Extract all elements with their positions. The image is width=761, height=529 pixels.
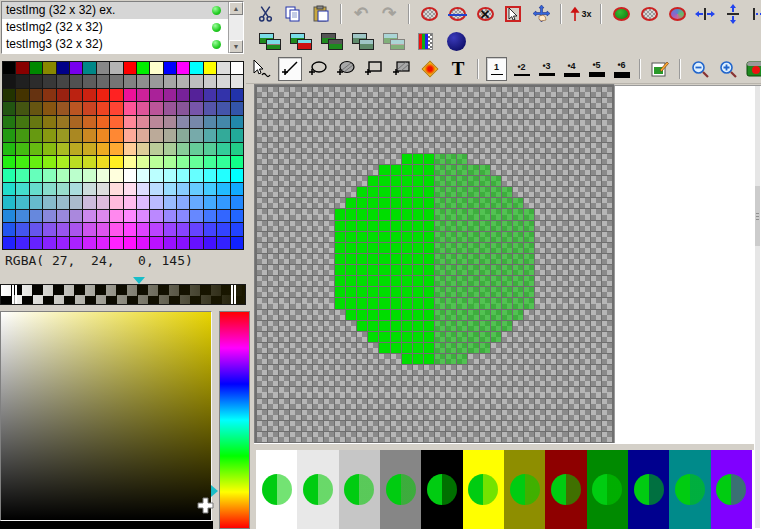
canvas-cell[interactable] xyxy=(335,332,345,342)
canvas-cell[interactable] xyxy=(324,254,334,264)
canvas-cell[interactable] xyxy=(268,399,278,409)
canvas-cell[interactable] xyxy=(480,354,490,364)
canvas-cell[interactable] xyxy=(313,332,323,342)
canvas-cell[interactable] xyxy=(591,98,601,108)
canvas-cell[interactable] xyxy=(357,187,367,197)
canvas-cell[interactable] xyxy=(346,376,356,386)
canvas-cell[interactable] xyxy=(279,232,289,242)
canvas-cell[interactable] xyxy=(379,432,389,442)
canvas-cell[interactable] xyxy=(546,254,556,264)
canvas-cell[interactable] xyxy=(402,176,412,186)
palette-swatch[interactable] xyxy=(97,116,109,128)
canvas-cell[interactable] xyxy=(446,254,456,264)
canvas-cell[interactable] xyxy=(279,198,289,208)
canvas-cell[interactable] xyxy=(535,265,545,275)
canvas-cell[interactable] xyxy=(524,276,534,286)
canvas-cell[interactable] xyxy=(468,265,478,275)
canvas-cell[interactable] xyxy=(535,143,545,153)
palette-swatch[interactable] xyxy=(43,237,55,249)
canvas-cell[interactable] xyxy=(468,421,478,431)
canvas-cell[interactable] xyxy=(424,143,434,153)
preview-tile[interactable] xyxy=(669,450,710,529)
canvas-cell[interactable] xyxy=(480,132,490,142)
palette-swatch[interactable] xyxy=(124,102,136,114)
canvas-cell[interactable] xyxy=(502,321,512,331)
canvas-cell[interactable] xyxy=(357,354,367,364)
canvas-cell[interactable] xyxy=(446,154,456,164)
canvas-cell[interactable] xyxy=(357,98,367,108)
canvas-cell[interactable] xyxy=(346,132,356,142)
canvas-cell[interactable] xyxy=(480,221,490,231)
palette-swatch[interactable] xyxy=(204,210,216,222)
canvas-cell[interactable] xyxy=(368,343,378,353)
canvas-cell[interactable] xyxy=(546,410,556,420)
canvas-cell[interactable] xyxy=(257,287,267,297)
palette-swatch[interactable] xyxy=(150,183,162,195)
canvas-cell[interactable] xyxy=(557,165,567,175)
palette-swatch[interactable] xyxy=(70,169,82,181)
preview-tile[interactable] xyxy=(628,450,669,529)
canvas-cell[interactable] xyxy=(324,298,334,308)
pen-size-2-button[interactable]: •2 xyxy=(511,57,532,81)
canvas-cell[interactable] xyxy=(357,432,367,442)
canvas-cell[interactable] xyxy=(279,365,289,375)
canvas-cell[interactable] xyxy=(468,298,478,308)
canvas-cell[interactable] xyxy=(491,265,501,275)
canvas-cell[interactable] xyxy=(524,310,534,320)
canvas-cell[interactable] xyxy=(379,421,389,431)
canvas-cell[interactable] xyxy=(357,109,367,119)
canvas-cell[interactable] xyxy=(302,376,312,386)
canvas-cell[interactable] xyxy=(580,287,590,297)
canvas-cell[interactable] xyxy=(580,376,590,386)
canvas-cell[interactable] xyxy=(580,410,590,420)
alpha-slider-marker[interactable] xyxy=(133,277,145,284)
canvas-cell[interactable] xyxy=(279,376,289,386)
canvas-cell[interactable] xyxy=(435,243,445,253)
canvas-cell[interactable] xyxy=(557,187,567,197)
canvas-cell[interactable] xyxy=(580,198,590,208)
canvas-cell[interactable] xyxy=(391,221,401,231)
canvas-cell[interactable] xyxy=(268,265,278,275)
canvas-cell[interactable] xyxy=(324,265,334,275)
canvas-cell[interactable] xyxy=(513,332,523,342)
canvas-cell[interactable] xyxy=(413,120,423,130)
palette-swatch[interactable] xyxy=(164,89,176,101)
canvas-cell[interactable] xyxy=(324,410,334,420)
canvas-cell[interactable] xyxy=(302,254,312,264)
canvas-cell[interactable] xyxy=(324,387,334,397)
canvas-cell[interactable] xyxy=(279,87,289,97)
palette-swatch[interactable] xyxy=(190,196,202,208)
canvas-cell[interactable] xyxy=(602,276,612,286)
canvas-cell[interactable] xyxy=(580,332,590,342)
palette-swatch[interactable] xyxy=(16,183,28,195)
canvas-cell[interactable] xyxy=(602,354,612,364)
canvas-cell[interactable] xyxy=(335,232,345,242)
canvas-cell[interactable] xyxy=(402,221,412,231)
palette-swatch[interactable] xyxy=(204,102,216,114)
canvas-cell[interactable] xyxy=(491,209,501,219)
canvas-cell[interactable] xyxy=(457,287,467,297)
canvas-cell[interactable] xyxy=(357,198,367,208)
undo-button[interactable]: ↶ xyxy=(349,2,373,26)
canvas-cell[interactable] xyxy=(480,143,490,153)
canvas-cell[interactable] xyxy=(346,343,356,353)
canvas-cell[interactable] xyxy=(290,209,300,219)
canvas-cell[interactable] xyxy=(402,310,412,320)
palette-swatch[interactable] xyxy=(110,237,122,249)
canvas-cell[interactable] xyxy=(546,265,556,275)
palette-swatch[interactable] xyxy=(124,183,136,195)
canvas-cell[interactable] xyxy=(302,198,312,208)
palette-swatch[interactable] xyxy=(16,62,28,74)
palette-swatch[interactable] xyxy=(57,237,69,249)
canvas-cell[interactable] xyxy=(402,198,412,208)
canvas-cell[interactable] xyxy=(480,209,490,219)
palette-swatch[interactable] xyxy=(30,156,42,168)
canvas-cell[interactable] xyxy=(557,87,567,97)
canvas-cell[interactable] xyxy=(446,87,456,97)
canvas-cell[interactable] xyxy=(457,120,467,130)
canvas-cell[interactable] xyxy=(290,87,300,97)
canvas-cell[interactable] xyxy=(324,399,334,409)
canvas-cell[interactable] xyxy=(357,310,367,320)
canvas-cell[interactable] xyxy=(446,198,456,208)
canvas-cell[interactable] xyxy=(257,321,267,331)
